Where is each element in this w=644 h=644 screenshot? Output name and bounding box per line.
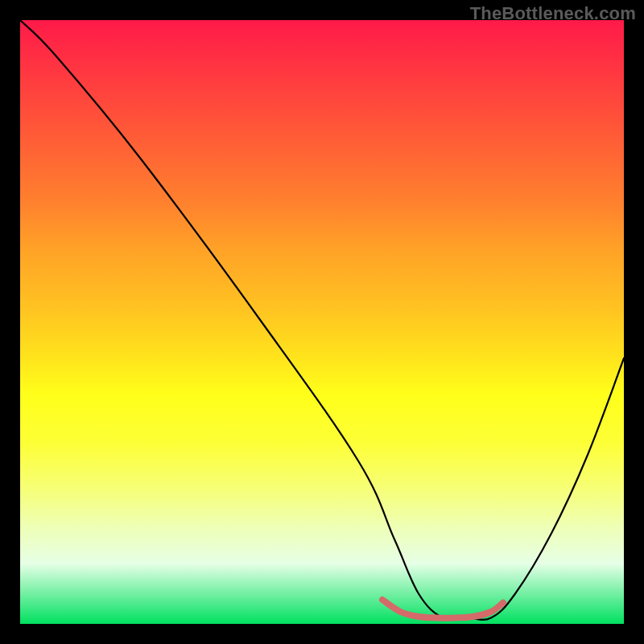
chart-frame: TheBottleneck.com [0, 0, 644, 644]
valley-highlight [382, 600, 503, 618]
curve-layer [20, 20, 624, 624]
bottleneck-curve [20, 20, 624, 620]
plot-area [20, 20, 624, 624]
